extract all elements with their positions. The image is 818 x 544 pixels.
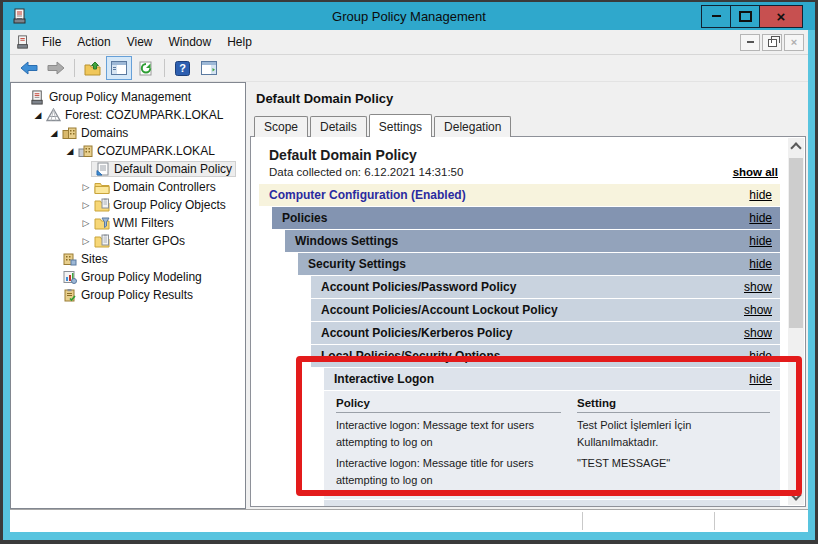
- close-button[interactable]: ×: [759, 5, 803, 28]
- hide-link[interactable]: hide: [749, 211, 772, 225]
- title-bar[interactable]: Group Policy Management ×: [3, 2, 815, 30]
- menu-file[interactable]: File: [34, 32, 69, 52]
- tree-item-group-policy-modeling[interactable]: Group Policy Modeling: [11, 268, 245, 286]
- data-collected-label: Data collected on: 6.12.2021 14:31:50: [269, 166, 463, 178]
- maximize-icon: [739, 11, 752, 22]
- tree-item-wmi-filters[interactable]: ▷WMI Filters: [11, 214, 245, 232]
- help-button[interactable]: ?: [169, 56, 195, 80]
- gpmc-window: Group Policy Management × FileActionView…: [3, 2, 815, 540]
- show-console-tree-button[interactable]: [106, 56, 132, 80]
- details-pane: Default Domain Policy ScopeDetailsSettin…: [250, 82, 808, 509]
- scrollbar-thumb[interactable]: [789, 158, 803, 328]
- menu-window[interactable]: Window: [161, 32, 220, 52]
- wmi-filters-icon: [93, 216, 110, 230]
- child-minimize-button[interactable]: [740, 34, 760, 51]
- tree-item-label: Default Domain Policy: [114, 162, 232, 176]
- expand-arrow-icon[interactable]: ▷: [79, 182, 93, 192]
- console-window-icon: [16, 35, 30, 49]
- report-section-policies: Policieshide: [272, 207, 780, 229]
- tab-scope[interactable]: Scope: [254, 116, 308, 137]
- report-section-interactive-logon: Interactive Logonhide: [324, 368, 780, 390]
- toolbar-separator: [74, 59, 75, 77]
- tree-item-default-domain-policy[interactable]: Default Domain Policy: [11, 160, 245, 178]
- hide-link[interactable]: hide: [749, 257, 772, 271]
- minimize-button[interactable]: [701, 5, 731, 28]
- domain-icon: [77, 144, 94, 158]
- column-header-setting: Setting: [577, 397, 770, 413]
- menu-action[interactable]: Action: [69, 32, 118, 52]
- tab-settings[interactable]: Settings: [369, 114, 432, 137]
- main-area: Group Policy Management◢Forest: COZUMPAR…: [10, 82, 808, 509]
- tree-item-cozumpark-lokal[interactable]: ◢COZUMPARK.LOKAL: [11, 142, 245, 160]
- svg-text:?: ?: [179, 62, 186, 74]
- setting-cell: "TEST MESSAGE": [577, 451, 770, 489]
- hide-link[interactable]: hide: [749, 188, 772, 202]
- up-one-level-button[interactable]: [79, 56, 105, 80]
- section-label: Local Policies/Security Options: [321, 349, 500, 363]
- results-icon: [61, 288, 78, 302]
- section-label: Windows Settings: [295, 234, 398, 248]
- refresh-icon: [138, 61, 154, 76]
- table-row: Interactive logon: Message text for user…: [336, 413, 770, 451]
- toolbar: ?: [10, 55, 808, 82]
- section-label: Account Policies/Kerberos Policy: [321, 326, 512, 340]
- tree-item-sites[interactable]: Sites: [11, 250, 245, 268]
- forward-button[interactable]: [43, 56, 69, 80]
- menu-help[interactable]: Help: [219, 32, 260, 52]
- collapse-arrow-icon[interactable]: ◢: [47, 128, 61, 138]
- toolbar-separator: [164, 59, 165, 77]
- hide-link[interactable]: hide: [749, 349, 772, 363]
- expand-arrow-icon[interactable]: ▷: [79, 218, 93, 228]
- show-all-link[interactable]: show all: [733, 166, 778, 178]
- back-button[interactable]: [16, 56, 42, 80]
- tree-item-starter-gpos[interactable]: ▷Starter GPOs: [11, 232, 245, 250]
- tab-delegation[interactable]: Delegation: [434, 116, 511, 137]
- child-close-button[interactable]: ×: [784, 34, 804, 51]
- hide-link[interactable]: hide: [749, 234, 772, 248]
- report-title: Default Domain Policy: [259, 147, 780, 163]
- scrollbar[interactable]: [788, 138, 804, 505]
- collapse-arrow-icon[interactable]: ◢: [63, 146, 77, 156]
- report-content: Default Domain Policy Data collected on:…: [251, 137, 788, 506]
- show-link[interactable]: show: [744, 303, 772, 317]
- refresh-button[interactable]: [133, 56, 159, 80]
- expand-arrow-icon[interactable]: ▷: [79, 236, 93, 246]
- collapse-arrow-icon[interactable]: ◢: [31, 110, 45, 120]
- report-section-network-access: Network Accessshow: [324, 500, 780, 506]
- window-controls: ×: [702, 5, 803, 28]
- section-label: Computer Configuration (Enabled): [269, 188, 466, 202]
- gpo-page-title: Default Domain Policy: [250, 82, 806, 112]
- show-action-pane-button[interactable]: [196, 56, 222, 80]
- sites-icon: [61, 252, 78, 266]
- maximize-button[interactable]: [730, 5, 760, 28]
- report-section-local-policies-security-options: Local Policies/Security Optionshide: [311, 345, 780, 367]
- tree-item-label: Forest: COZUMPARK.LOKAL: [65, 108, 223, 122]
- tree-item-group-policy-objects[interactable]: ▷Group Policy Objects: [11, 196, 245, 214]
- menu-view[interactable]: View: [119, 32, 161, 52]
- scroll-up-icon[interactable]: [788, 138, 804, 155]
- tree-item-domains[interactable]: ◢Domains: [11, 124, 245, 142]
- setting-cell: Test Polict İşlemleri İçin Kullanılmakta…: [577, 413, 770, 451]
- settings-report: Default Domain Policy Data collected on:…: [250, 136, 806, 507]
- policy-settings-table: PolicySettingInteractive logon: Message …: [324, 391, 780, 499]
- tab-details[interactable]: Details: [310, 116, 367, 137]
- expand-arrow-icon[interactable]: ▷: [79, 200, 93, 210]
- tree-item-forest-cozumpark-lokal[interactable]: ◢Forest: COZUMPARK.LOKAL: [11, 106, 245, 124]
- close-icon: ×: [791, 37, 797, 48]
- show-link[interactable]: show: [744, 326, 772, 340]
- client-area: FileActionViewWindowHelp × ? Group Polic…: [10, 30, 808, 532]
- tree-item-group-policy-results[interactable]: Group Policy Results: [11, 286, 245, 304]
- scroll-down-icon[interactable]: [788, 488, 804, 505]
- policy-cell: Interactive logon: Message text for user…: [336, 413, 561, 451]
- hide-link[interactable]: hide: [749, 372, 772, 386]
- show-link[interactable]: show: [744, 280, 772, 294]
- child-restore-button[interactable]: [762, 34, 782, 51]
- tree-item-label: Group Policy Objects: [113, 198, 226, 212]
- tree-item-domain-controllers[interactable]: ▷Domain Controllers: [11, 178, 245, 196]
- tab-strip: ScopeDetailsSettingsDelegation: [250, 112, 806, 136]
- tree-item-group-policy-management[interactable]: Group Policy Management: [11, 88, 245, 106]
- show-link[interactable]: show: [744, 504, 772, 506]
- table-row: Interactive logon: Message title for use…: [336, 451, 770, 489]
- report-section-computer-configuration-enabled: Computer Configuration (Enabled)hide: [259, 184, 780, 206]
- console-tree-pane: Group Policy Management◢Forest: COZUMPAR…: [10, 82, 246, 509]
